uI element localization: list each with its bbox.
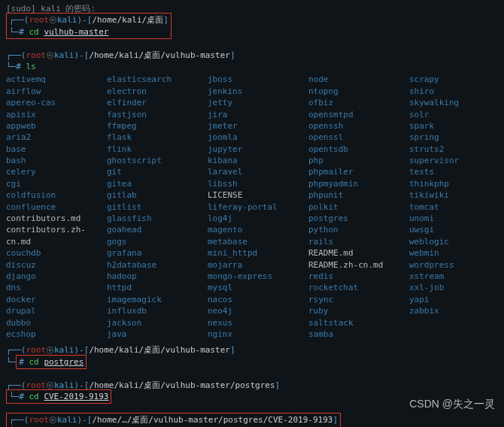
listing-item[interactable]: confluence bbox=[6, 201, 95, 213]
listing-item[interactable]: metabase bbox=[208, 236, 296, 247]
listing-item[interactable]: httpd bbox=[107, 282, 196, 293]
listing-item[interactable]: elasticsearch bbox=[107, 74, 196, 85]
listing-item[interactable]: kibana bbox=[208, 155, 296, 166]
listing-item[interactable]: hadoop bbox=[107, 271, 196, 282]
listing-item[interactable]: webmin bbox=[409, 247, 498, 259]
listing-item[interactable]: ntopng bbox=[308, 86, 397, 97]
listing-item[interactable]: neo4j bbox=[208, 305, 296, 316]
listing-item[interactable]: yapi bbox=[409, 294, 498, 305]
listing-item[interactable]: couchdb bbox=[6, 247, 95, 259]
listing-item[interactable]: gitlab bbox=[107, 189, 196, 201]
listing-item[interactable]: rsync bbox=[308, 294, 397, 305]
listing-item[interactable]: cgi bbox=[6, 178, 95, 189]
listing-item[interactable]: spark bbox=[409, 120, 498, 132]
listing-item[interactable]: grafana bbox=[107, 247, 196, 259]
listing-item[interactable]: skywalking bbox=[409, 97, 498, 108]
listing-item[interactable]: nexus bbox=[208, 317, 296, 329]
listing-item[interactable]: shiro bbox=[409, 86, 498, 97]
listing-item[interactable]: jetty bbox=[208, 97, 296, 108]
listing-item[interactable]: gitlist bbox=[107, 201, 196, 213]
listing-item[interactable]: jackson bbox=[107, 317, 196, 329]
listing-item[interactable]: jboss bbox=[208, 74, 296, 85]
command-cd-postgres[interactable]: cd bbox=[29, 357, 39, 367]
listing-item[interactable]: electron bbox=[107, 86, 196, 97]
listing-item[interactable]: wordpress bbox=[409, 259, 498, 271]
command-ls[interactable]: ls bbox=[26, 62, 36, 71]
command-cd-cve[interactable]: cd bbox=[29, 392, 39, 401]
listing-item[interactable]: saltstack bbox=[308, 317, 397, 329]
listing-item[interactable]: airflow bbox=[6, 86, 95, 97]
listing-item[interactable]: scrapy bbox=[409, 74, 498, 85]
listing-item[interactable]: java bbox=[107, 329, 196, 340]
listing-item[interactable]: drupal bbox=[6, 305, 95, 316]
listing-item[interactable]: php bbox=[308, 155, 397, 166]
listing-item[interactable]: rocketchat bbox=[308, 282, 397, 293]
listing-item[interactable]: rails bbox=[308, 236, 397, 247]
listing-item[interactable]: tomcat bbox=[409, 201, 498, 213]
listing-item[interactable]: coldfusion bbox=[6, 189, 95, 201]
listing-item[interactable]: log4j bbox=[208, 213, 296, 224]
listing-item[interactable]: goahead bbox=[107, 224, 196, 235]
listing-item[interactable]: apisix bbox=[6, 109, 95, 120]
listing-item[interactable]: weblogic bbox=[409, 236, 498, 247]
listing-item[interactable]: phpunit bbox=[308, 189, 397, 201]
listing-item[interactable]: mojarra bbox=[208, 259, 296, 271]
listing-item[interactable]: xstream bbox=[409, 271, 498, 282]
listing-item[interactable]: uwsgi bbox=[409, 224, 498, 235]
listing-item[interactable]: appweb bbox=[6, 120, 95, 132]
listing-item[interactable]: zabbix bbox=[409, 305, 498, 316]
listing-item[interactable]: flask bbox=[107, 132, 196, 143]
listing-item[interactable]: libssh bbox=[208, 178, 296, 189]
listing-item[interactable]: flink bbox=[107, 144, 196, 155]
listing-item[interactable]: tests bbox=[409, 166, 498, 177]
listing-item[interactable]: mini_httpd bbox=[208, 247, 296, 259]
listing-item[interactable]: ecshop bbox=[6, 329, 95, 340]
listing-item[interactable]: opensmtpd bbox=[308, 109, 397, 120]
listing-item[interactable]: glassfish bbox=[107, 213, 196, 224]
listing-item[interactable]: nginx bbox=[208, 329, 296, 340]
listing-item[interactable]: mongo-express bbox=[208, 271, 296, 282]
listing-item[interactable]: openssh bbox=[308, 120, 397, 132]
listing-item[interactable]: supervisor bbox=[409, 155, 498, 166]
listing-item[interactable]: elfinder bbox=[107, 97, 196, 108]
listing-item[interactable]: git bbox=[107, 166, 196, 177]
listing-item[interactable]: jupyter bbox=[208, 144, 296, 155]
listing-item[interactable]: django bbox=[6, 271, 95, 282]
listing-item[interactable]: bash bbox=[6, 155, 95, 166]
listing-item[interactable]: phpmailer bbox=[308, 166, 397, 177]
listing-item[interactable]: redis bbox=[308, 271, 397, 282]
listing-item[interactable]: dns bbox=[6, 282, 95, 293]
listing-item[interactable]: discuz bbox=[6, 259, 95, 271]
listing-item[interactable]: aria2 bbox=[6, 132, 95, 143]
listing-item[interactable]: ruby bbox=[308, 305, 397, 316]
listing-item[interactable]: gitea bbox=[107, 178, 196, 189]
listing-item[interactable]: apereo-cas bbox=[6, 97, 95, 108]
listing-item[interactable]: nacos bbox=[208, 294, 296, 305]
listing-item[interactable]: node bbox=[308, 74, 397, 85]
listing-item[interactable]: gogs bbox=[107, 236, 196, 247]
listing-item[interactable]: spring bbox=[409, 132, 498, 143]
listing-item[interactable]: tikiwiki bbox=[409, 189, 498, 201]
listing-item[interactable]: ofbiz bbox=[308, 97, 397, 108]
listing-item[interactable]: laravel bbox=[208, 166, 296, 177]
listing-item[interactable]: celery bbox=[6, 166, 95, 177]
listing-item[interactable]: polkit bbox=[308, 201, 397, 213]
listing-item[interactable]: dubbo bbox=[6, 317, 95, 329]
listing-item[interactable]: opentsdb bbox=[308, 144, 397, 155]
listing-item[interactable]: xxl-job bbox=[409, 282, 498, 293]
listing-item[interactable]: struts2 bbox=[409, 144, 498, 155]
listing-item[interactable]: joomla bbox=[208, 132, 296, 143]
listing-item[interactable]: samba bbox=[308, 329, 397, 340]
listing-item[interactable]: influxdb bbox=[107, 305, 196, 316]
listing-item[interactable]: fastjson bbox=[107, 109, 196, 120]
listing-item[interactable]: openssl bbox=[308, 132, 397, 143]
listing-item[interactable]: activemq bbox=[6, 74, 95, 85]
command-cd[interactable]: cd bbox=[29, 27, 39, 37]
listing-item[interactable]: phpmyadmin bbox=[308, 178, 397, 189]
listing-item[interactable]: jenkins bbox=[208, 86, 296, 97]
listing-item[interactable]: jmeter bbox=[208, 120, 296, 132]
listing-item[interactable]: docker bbox=[6, 294, 95, 305]
listing-item[interactable]: jira bbox=[208, 109, 296, 120]
listing-item[interactable]: h2database bbox=[107, 259, 196, 271]
listing-item[interactable]: solr bbox=[409, 109, 498, 120]
